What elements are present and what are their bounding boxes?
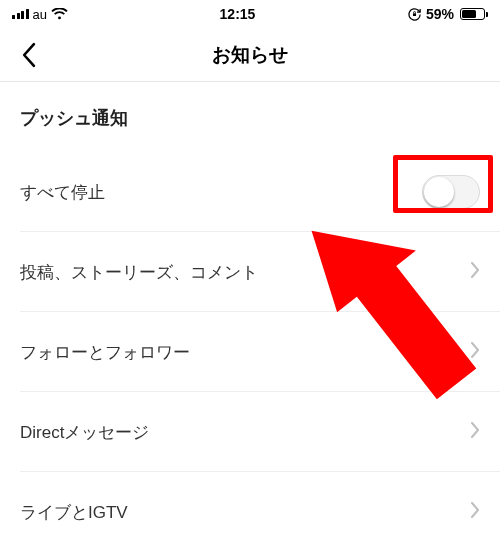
- row-label-follow: フォローとフォロワー: [20, 341, 190, 364]
- carrier-label: au: [33, 7, 47, 22]
- row-pause-all: すべて停止: [0, 152, 500, 232]
- status-left: au: [12, 7, 68, 22]
- toggle-knob: [424, 177, 454, 207]
- row-label-live: ライブとIGTV: [20, 501, 128, 524]
- nav-header: お知らせ: [0, 28, 500, 82]
- orientation-lock-icon: [407, 7, 422, 22]
- row-follow[interactable]: フォローとフォロワー: [0, 312, 500, 392]
- chevron-right-icon: [470, 342, 480, 362]
- chevron-right-icon: [470, 422, 480, 442]
- wifi-icon: [51, 8, 68, 21]
- chevron-left-icon: [20, 42, 37, 68]
- back-button[interactable]: [10, 37, 46, 73]
- chevron-right-icon: [470, 262, 480, 282]
- section-header: プッシュ通知: [0, 82, 500, 152]
- status-bar: au 12:15 59%: [0, 0, 500, 28]
- row-label-pause-all: すべて停止: [20, 181, 105, 204]
- row-direct-messages[interactable]: Directメッセージ: [0, 392, 500, 472]
- svg-rect-0: [413, 13, 416, 16]
- battery-icon: [458, 8, 488, 20]
- chevron-right-icon: [470, 502, 480, 522]
- cellular-signal-icon: [12, 9, 29, 19]
- row-label-posts: 投稿、ストーリーズ、コメント: [20, 261, 258, 284]
- row-label-direct: Directメッセージ: [20, 421, 149, 444]
- battery-percent: 59%: [426, 6, 454, 22]
- status-right: 59%: [407, 6, 488, 22]
- row-posts-stories-comments[interactable]: 投稿、ストーリーズ、コメント: [0, 232, 500, 312]
- status-time: 12:15: [220, 6, 256, 22]
- row-live-igtv[interactable]: ライブとIGTV: [0, 472, 500, 548]
- page-title: お知らせ: [212, 42, 288, 68]
- pause-all-toggle[interactable]: [422, 175, 480, 209]
